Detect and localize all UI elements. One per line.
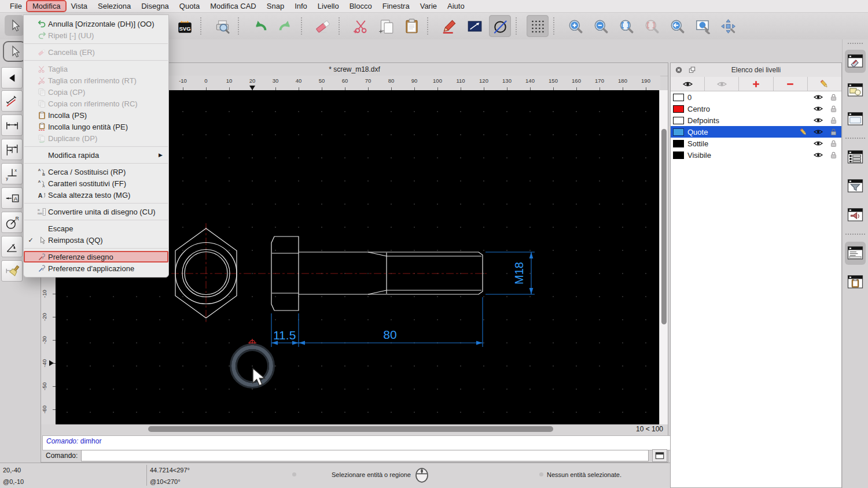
command-toggle-button[interactable] xyxy=(652,449,667,462)
layer-visibility-toggle[interactable] xyxy=(812,139,824,148)
menu-file[interactable]: File xyxy=(5,1,27,11)
layer-row-defpoints[interactable]: Defpoints xyxy=(671,114,841,126)
dim-radial-button[interactable]: R xyxy=(1,212,23,233)
print-preview-button[interactable] xyxy=(211,15,233,37)
layer-visibility-toggle[interactable] xyxy=(812,150,824,160)
menu-item-preferenze-d-applicazione[interactable]: Preferenze d'applicazione xyxy=(24,263,168,274)
zoom-in-button[interactable] xyxy=(564,15,586,37)
layer-lock-toggle[interactable] xyxy=(827,151,839,160)
zoom-out-button[interactable] xyxy=(590,15,612,37)
menu-item-convertire-unita-di-disegno-cu[interactable]: inmmConvertire unita di disegno (CU) xyxy=(24,206,168,217)
menu-info[interactable]: Info xyxy=(289,1,312,11)
zoom-window-button[interactable] xyxy=(692,15,713,37)
dock-block-list-widget[interactable] xyxy=(845,79,866,102)
redo-button[interactable] xyxy=(274,15,296,37)
dock-pen-widget[interactable] xyxy=(845,50,866,73)
layer-row-0[interactable]: 0 xyxy=(671,91,841,103)
menu-item-duplicare-dp[interactable]: Duplicare (DP) xyxy=(24,132,168,144)
cut-button[interactable] xyxy=(350,15,372,37)
grid-toggle-button[interactable] xyxy=(527,15,549,37)
command-input[interactable] xyxy=(81,450,649,461)
menu-item-taglia[interactable]: Taglia xyxy=(24,63,168,75)
edit-layer-button[interactable] xyxy=(808,77,841,91)
horizontal-scrollbar[interactable] xyxy=(41,424,628,434)
dim-ordinate-button[interactable]: xy xyxy=(1,163,23,184)
layer-row-quote[interactable]: Quote xyxy=(671,126,841,138)
dim-horizontal-button[interactable] xyxy=(1,114,23,136)
menu-aiuto[interactable]: Aiuto xyxy=(442,1,470,11)
dim-angular-button[interactable] xyxy=(1,236,23,257)
dock-library-widget[interactable] xyxy=(845,108,866,131)
menu-item-modifica-rapida[interactable]: Modifica rapida▶ xyxy=(24,149,168,161)
back-button[interactable] xyxy=(1,67,23,88)
menu-item-scala-altezza-testo-mg[interactable]: AScala altezza testo (MG) xyxy=(24,189,168,201)
panel-close-button[interactable] xyxy=(674,65,684,75)
circle-tool-button[interactable] xyxy=(489,15,511,37)
dock-layer-list-widget[interactable] xyxy=(845,146,866,169)
dim-aligned-button[interactable] xyxy=(1,90,23,112)
dim-cleanup-button[interactable] xyxy=(1,260,23,282)
paste-button[interactable] xyxy=(400,15,422,37)
dock-command-widget[interactable] xyxy=(845,242,866,265)
menu-varie[interactable]: Varie xyxy=(415,1,442,11)
layer-visibility-toggle[interactable] xyxy=(812,127,824,136)
dim-baseline-button[interactable] xyxy=(1,139,23,160)
copy-button[interactable] xyxy=(375,15,397,37)
dock-notification-widget[interactable] xyxy=(845,204,866,227)
menu-item-caratteri-sostitutivi-ff[interactable]: AACaratteri sostitutivi (FF) xyxy=(24,178,168,189)
menu-item-escape[interactable]: Escape xyxy=(24,223,168,234)
menu-livello[interactable]: Livello xyxy=(312,1,344,11)
menu-blocco[interactable]: Blocco xyxy=(344,1,377,11)
dim-leader-button[interactable]: A xyxy=(1,187,23,209)
menu-modifica[interactable]: Modifica xyxy=(27,1,65,11)
vertical-scrollbar[interactable] xyxy=(659,90,668,424)
menu-item-annulla-orizzontale-dh-oo[interactable]: Annulla [Orizzontale (DH)] (OO) xyxy=(24,18,168,29)
select-pointer-button[interactable] xyxy=(3,41,26,62)
layer-lock-toggle[interactable] xyxy=(827,116,839,125)
panel-undock-button[interactable] xyxy=(687,65,697,75)
dock-handle[interactable] xyxy=(848,43,863,44)
layer-lock-toggle[interactable] xyxy=(827,93,839,102)
show-all-layers-button[interactable] xyxy=(671,77,705,91)
select-tool-button[interactable] xyxy=(5,15,24,36)
delete-button[interactable] xyxy=(312,15,334,37)
menu-seleziona[interactable]: Seleziona xyxy=(93,1,136,11)
layer-lock-toggle[interactable] xyxy=(827,128,839,136)
menu-item-reimposta-qq[interactable]: ✓Reimposta (QQ) xyxy=(24,234,168,246)
layer-row-sottile[interactable]: Sottile xyxy=(671,138,841,149)
layer-visibility-toggle[interactable] xyxy=(812,93,824,102)
menu-modifica-cad[interactable]: Modifica CAD xyxy=(205,1,261,11)
zoom-previous-button[interactable] xyxy=(641,15,663,37)
horizontal-scrollbar-thumb[interactable] xyxy=(148,426,553,432)
layer-visibility-toggle[interactable] xyxy=(812,116,824,125)
menu-item-cerca-sostituisci-rp[interactable]: ABCerca / Sostituisci (RP) xyxy=(24,166,168,178)
menu-snap[interactable]: Snap xyxy=(262,1,289,11)
menu-item-taglia-con-riferimento-rt[interactable]: Taglia con riferimento (RT) xyxy=(24,75,168,86)
layer-lock-toggle[interactable] xyxy=(827,139,839,148)
menu-item-incolla-lungo-entit-pe[interactable]: Incolla lungo entità (PE) xyxy=(24,121,168,132)
menu-item-ripeti-uu[interactable]: Ripeti [-] (UU) xyxy=(24,29,168,41)
dock-clipboard-widget[interactable] xyxy=(845,271,866,294)
menu-vista[interactable]: Vista xyxy=(65,1,93,11)
vertical-scrollbar-thumb[interactable] xyxy=(661,129,667,324)
draw-order-button[interactable] xyxy=(438,15,460,37)
hide-all-layers-button[interactable] xyxy=(705,77,739,91)
layer-edit-indicator[interactable] xyxy=(797,128,809,136)
menu-quota[interactable]: Quota xyxy=(174,1,205,11)
menu-item-cancella-er[interactable]: Cancella (ER) xyxy=(24,46,168,58)
menu-item-incolla-ps[interactable]: Incolla (PS) xyxy=(24,109,168,121)
line-tool-button[interactable] xyxy=(464,15,486,37)
menu-item-copia-con-riferimento-rc[interactable]: Copia con riferimento (RC) xyxy=(24,98,168,109)
svg-export-button[interactable]: SVG xyxy=(174,15,196,37)
zoom-redraw-button[interactable] xyxy=(666,15,688,37)
menu-item-preferenze-disegno[interactable]: Preferenze disegno xyxy=(24,251,168,263)
add-layer-button[interactable] xyxy=(739,77,773,91)
undo-button[interactable] xyxy=(249,15,271,37)
menu-finestra[interactable]: Finestra xyxy=(377,1,415,11)
layer-row-centro[interactable]: Centro xyxy=(671,103,841,114)
layer-row-visibile[interactable]: Visibile xyxy=(671,149,841,161)
remove-layer-button[interactable] xyxy=(774,77,808,91)
zoom-auto-button[interactable] xyxy=(615,15,637,37)
layer-lock-toggle[interactable] xyxy=(827,105,839,113)
zoom-pan-button[interactable] xyxy=(717,15,739,37)
